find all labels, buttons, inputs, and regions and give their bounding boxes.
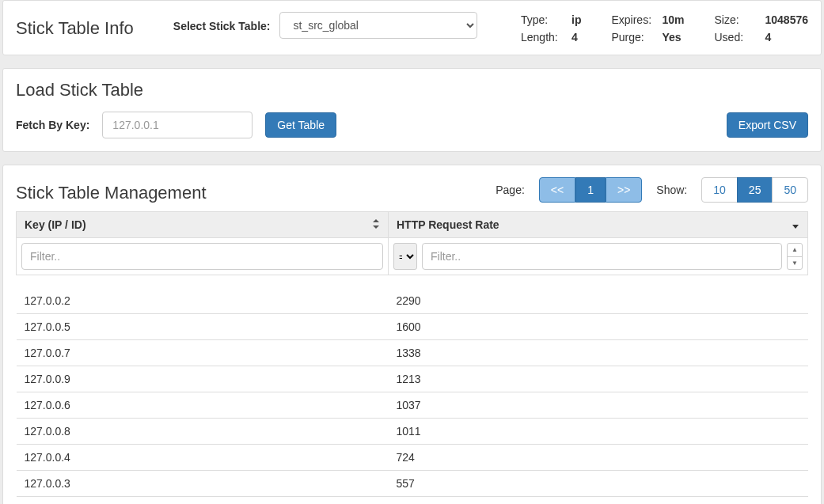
stick-table-info-panel: Stick Table Info Select Stick Table: st_… [2,0,822,55]
cell-rate: 1600 [389,314,808,340]
page-number-button[interactable]: 1 [575,177,606,203]
stick-table: Key (IP / ID) HTTP Request Rate [16,211,808,497]
cell-key: 127.0.0.6 [17,392,389,419]
info-value: Yes [662,31,681,44]
load-stick-table-title: Load Stick Table [3,69,821,104]
fetch-by-key-label: Fetch By Key: [16,119,89,131]
page-prev-button[interactable]: << [539,177,575,203]
cell-rate: 1338 [389,340,808,366]
cell-rate: 1213 [389,366,808,392]
cell-key: 127.0.0.7 [17,340,389,366]
info-pair: Used:4 [714,31,808,44]
filter-rate-input[interactable] [422,243,782,270]
cell-rate: 557 [389,471,808,497]
select-stick-table-dropdown[interactable]: st_src_global [279,12,477,39]
info-value: 10m [662,13,684,26]
info-value: 4 [765,31,771,44]
page-size-10[interactable]: 10 [701,177,738,203]
page-size-group: 102550 [701,177,808,203]
cell-key: 127.0.0.4 [17,445,389,471]
info-pair: Purge:Yes [611,31,684,44]
page-title: Stick Table Info [16,18,134,39]
pagination-group: << 1 >> [539,177,643,203]
table-row[interactable]: 127.0.0.81011 [17,419,808,445]
filter-operator-select[interactable]: = [393,243,417,270]
info-pair: Length:4 [521,31,581,44]
svg-marker-2 [792,225,799,229]
export-csv-button[interactable]: Export CSV [727,112,808,138]
table-row[interactable]: 127.0.0.71338 [17,340,808,366]
show-label: Show: [656,184,687,196]
table-row[interactable]: 127.0.0.4724 [17,445,808,471]
info-value: 1048576 [765,13,808,26]
cell-key: 127.0.0.8 [17,419,389,445]
column-header-rate-label: HTTP Request Rate [397,218,499,231]
column-header-key[interactable]: Key (IP / ID) [17,212,389,238]
cell-rate: 2290 [389,288,808,314]
info-value: 4 [571,31,578,44]
info-label: Size: [714,13,757,26]
stick-table-management-title: Stick Table Management [16,183,207,203]
table-row[interactable]: 127.0.0.61037 [17,392,808,419]
chevron-down-icon[interactable]: ▼ [788,257,802,270]
column-header-key-label: Key (IP / ID) [25,218,86,231]
cell-rate: 1037 [389,392,808,419]
cell-key: 127.0.0.3 [17,471,389,497]
info-pair: Type:ip [521,13,581,26]
cell-rate: 724 [389,445,808,471]
filter-key-input[interactable] [21,243,383,270]
page-label: Page: [496,184,525,196]
table-row[interactable]: 127.0.0.51600 [17,314,808,340]
select-stick-table-label: Select Stick Table: [173,20,271,32]
sort-icon [372,218,380,231]
stick-table-management-panel: Stick Table Management Page: << 1 >> Sho… [2,165,822,504]
column-header-rate[interactable]: HTTP Request Rate [389,212,808,238]
cell-key: 127.0.0.5 [17,314,389,340]
info-pair: Expires:10m [611,13,684,26]
svg-marker-0 [373,219,379,222]
info-label: Type: [521,13,564,26]
sort-desc-icon [792,218,799,231]
table-row[interactable]: 127.0.0.3557 [17,471,808,497]
cell-key: 127.0.0.9 [17,366,389,392]
cell-rate: 1011 [389,419,808,445]
fetch-by-key-input[interactable] [102,112,253,138]
table-row[interactable]: 127.0.0.22290 [17,288,808,314]
chevron-up-icon[interactable]: ▲ [788,244,802,257]
table-row[interactable]: 127.0.0.91213 [17,366,808,392]
info-label: Expires: [611,13,654,26]
page-next-button[interactable]: >> [606,177,642,203]
info-pair: Size:1048576 [714,13,808,26]
load-stick-table-panel: Load Stick Table Fetch By Key: Get Table… [2,68,822,152]
page-size-50[interactable]: 50 [772,177,808,203]
page-size-25[interactable]: 25 [737,177,773,203]
svg-marker-1 [373,225,379,229]
get-table-button[interactable]: Get Table [265,112,336,138]
info-value: ip [571,13,581,26]
cell-key: 127.0.0.2 [17,288,389,314]
info-label: Purge: [611,31,654,44]
info-label: Used: [714,31,757,44]
info-label: Length: [521,31,564,44]
filter-rate-stepper[interactable]: ▲ ▼ [787,243,803,270]
